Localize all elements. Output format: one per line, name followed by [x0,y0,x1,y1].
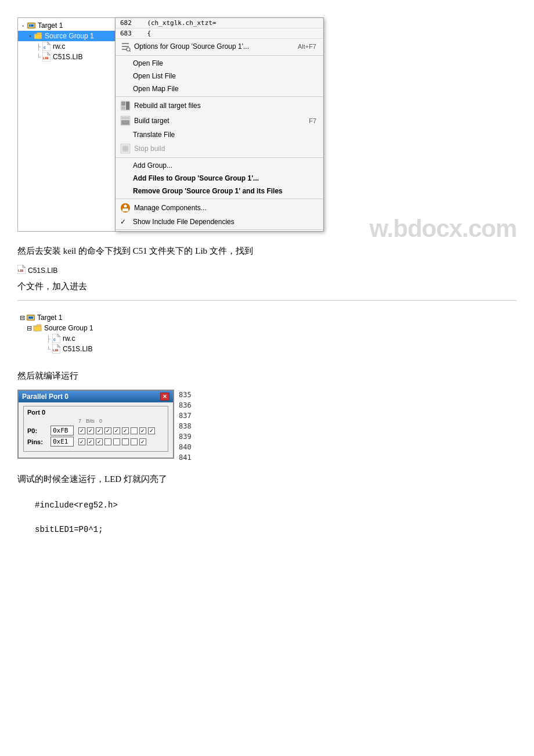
add-group-label: Add Group... [133,161,172,170]
pin-bit2[interactable] [122,438,129,445]
port-group: Port 0 7 Bits 0 P0: 0xFB [23,406,168,452]
lib-file-text: C51S.LIB [28,267,57,275]
tree2-c51s-lib[interactable]: └ LIB C51S.LIB [17,344,122,354]
code1: #include<reg52.h> [35,501,118,510]
svg-rect-16 [126,102,129,110]
options-group-label: Options for Group 'Source Group 1'... [134,42,249,51]
manage-icon [119,202,132,214]
pin-bit4[interactable] [104,438,111,445]
line-841: 841 [179,452,192,463]
p0-checkboxes [78,427,155,434]
tree2-line2: └ [46,346,50,352]
folder-icon [34,31,43,41]
svg-point-23 [124,205,127,208]
middle-text1: 然后去安装 keil 的命令下找到 C51 文件夹下的 Lib 文件，找到 [17,243,517,259]
svg-text:c: c [44,45,46,49]
menu-code-header2: 683 { [116,28,323,39]
menu-remove-group[interactable]: Remove Group 'Source Group 1' and its Fi… [116,185,323,197]
ide-project-tree: ▪ T Target 1 ▾ [17,17,116,232]
p0-bit6[interactable] [87,427,94,434]
top-ide-section: ▪ T Target 1 ▾ [17,17,517,232]
options-shortcut: Alt+F7 [286,43,316,50]
debug-text: 调试的时候全速运行，LED 灯就闪亮了 [17,471,517,487]
p0-bit4[interactable] [104,427,111,434]
menu-build-target[interactable]: Build target F7 [116,113,323,128]
code-line2: 683 { [120,30,151,37]
code2: sbitLED1=P0^1; [35,525,103,534]
svg-text:LIB: LIB [53,348,59,352]
pin-bit3[interactable] [113,438,120,445]
context-menu: 682 (ch_xtglk.ch_xtzt= 683 { Options for… [115,17,324,232]
menu-rebuild-all[interactable]: Rebuild all target files [116,98,323,113]
menu-open-list-file[interactable]: Open List File [116,70,323,82]
p0-bit1[interactable] [131,427,138,434]
tree2-target-icon [26,313,35,322]
menu-stop-build[interactable]: Stop build [116,141,323,156]
parallel-port-dialog: Parallel Port 0 ✕ Port 0 7 Bits 0 [17,390,174,459]
dialog-section: Parallel Port 0 ✕ Port 0 7 Bits 0 [17,390,517,463]
svg-marker-36 [57,344,60,347]
pins-label: Pins: [27,438,48,445]
bits-label: 7 Bits 0 [78,418,102,424]
tree2-target1[interactable]: ⊟ Target 1 [17,312,122,323]
menu-options-group[interactable]: Options for Group 'Source Group 1'... Al… [116,39,323,54]
line-numbers-section: 835 836 837 838 839 840 841 [174,390,192,463]
pins-checkboxes [78,438,146,445]
bits-text: Bits [86,418,95,424]
add-files-label: Add Files to Group 'Source Group 1'... [133,174,259,182]
svg-rect-19 [121,117,129,120]
menu-add-group[interactable]: Add Group... [116,159,323,172]
p0-bit3[interactable] [113,427,120,434]
line-837: 837 [179,411,192,421]
dialog-close-button[interactable]: ✕ [160,393,169,401]
menu-open-file[interactable]: Open File [116,57,323,70]
pin-bit7[interactable] [78,438,85,445]
menu-add-files[interactable]: Add Files to Group 'Source Group 1'... [116,172,323,185]
tree2-rw-c-label: rw.c [63,334,75,343]
pin-bit0[interactable] [139,438,146,445]
svg-marker-6 [48,42,50,45]
pin-bit5[interactable] [96,438,103,445]
tree2-c51s-lib-label: C51S.LIB [63,345,92,353]
menu-open-map-file[interactable]: Open Map File [116,82,323,95]
pin-bit1[interactable] [131,438,138,445]
tree-line1: ├ [37,44,41,50]
pins-value[interactable]: 0xE1 [50,437,74,447]
menu-manage-components[interactable]: Manage Components... [116,200,323,215]
open-file-label: Open File [133,59,163,67]
tree2-c-file-icon: c [52,334,61,343]
tree-c51s-lib[interactable]: └ LIB C51S.LIB [18,52,116,62]
menu-show-include[interactable]: ✓ Show Include File Dependencies [116,215,323,228]
svg-text:LIB: LIB [18,269,24,272]
p0-bit7[interactable] [78,427,85,434]
line-835: 835 [179,390,192,400]
pin-bit6[interactable] [87,438,94,445]
p0-value[interactable]: 0xFB [50,426,74,435]
p0-extra1[interactable] [148,427,155,434]
dialog-title: Parallel Port 0 [22,393,68,401]
p0-row: P0: 0xFB [27,426,164,435]
menu-code-header: 682 (ch_xtglk.ch_xtzt= [116,18,323,28]
line-836: 836 [179,400,192,411]
code-block1: #include<reg52.h> [35,499,517,512]
tree-target1[interactable]: ▪ T Target 1 [18,20,116,31]
tree2-lib-file-icon: LIB [52,344,61,354]
tree2-source-group[interactable]: ⊟ Source Group 1 [17,323,122,333]
p0-bit2[interactable] [122,427,129,434]
c-file-icon: c [42,42,51,51]
tree2-target1-label: Target 1 [37,314,62,322]
middle-text-section2: 个文件，加入进去 [17,279,517,294]
menu-translate-file[interactable]: Translate File [116,128,323,141]
stop-icon [119,143,132,154]
tree-rw-c[interactable]: ├ c rw.c [18,41,116,52]
sep1 [116,55,323,56]
tree2-rw-c[interactable]: ├ c rw.c [17,333,122,344]
tree-collapse-arrow: ▾ [27,33,33,39]
checkmark: ✓ [120,218,126,226]
build-target-label: Build target [134,117,169,125]
p0-bit5[interactable] [96,427,103,434]
line-840: 840 [179,442,192,452]
p0-bit0[interactable] [139,427,146,434]
svg-marker-26 [23,265,26,268]
tree-source-group[interactable]: ▾ Source Group 1 [18,31,116,41]
